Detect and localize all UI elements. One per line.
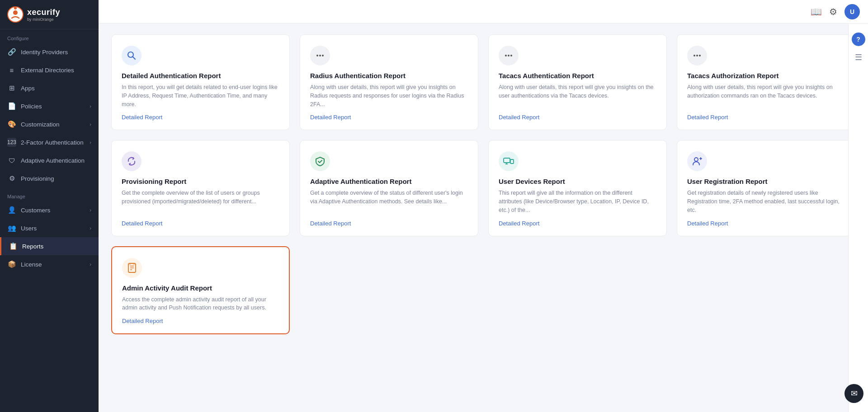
- avatar[interactable]: U: [844, 4, 860, 19]
- sidebar-item-reports[interactable]: 📋 Reports: [0, 237, 99, 255]
- search-icon: [127, 51, 137, 61]
- chat-button[interactable]: ✉: [844, 384, 863, 403]
- sidebar-item-adaptive-auth[interactable]: 🛡 Adaptive Authentication: [0, 151, 99, 169]
- cards-row-2: Provisioning Report Get the complete ove…: [111, 140, 855, 236]
- card-adaptive-auth[interactable]: Adaptive Authentication Report Get a com…: [300, 140, 478, 236]
- detailed-report-link[interactable]: Detailed Report: [310, 220, 468, 227]
- sidebar-item-external-directories[interactable]: ≡ External Directories: [0, 61, 99, 79]
- sidebar-item-provisioning[interactable]: ⚙ Provisioning: [0, 169, 99, 187]
- card-icon-tacacs-auth2: [687, 46, 707, 66]
- svg-point-8: [505, 55, 507, 56]
- detailed-report-link[interactable]: Detailed Report: [122, 318, 279, 324]
- identity-providers-icon: 🔗: [7, 47, 16, 56]
- detailed-report-link[interactable]: Detailed Report: [499, 114, 656, 121]
- chevron-icon: ›: [90, 207, 91, 213]
- svg-rect-25: [129, 264, 131, 265]
- card-desc: Along with user details, this report wil…: [310, 83, 468, 108]
- detailed-report-link[interactable]: Detailed Report: [122, 220, 279, 227]
- provisioning-icon: ⚙: [7, 174, 16, 183]
- license-icon: 📦: [7, 260, 16, 269]
- svg-point-1: [13, 10, 18, 15]
- card-desc: Access the complete admin activity audit…: [122, 295, 279, 313]
- svg-point-5: [316, 55, 318, 56]
- card-title: User Registration Report: [687, 178, 845, 185]
- card-tacacs-auth2[interactable]: Tacacs Authorization Report Along with u…: [677, 34, 855, 130]
- refresh-icon: [127, 156, 137, 166]
- sidebar-item-label: Identity Providers: [21, 49, 91, 56]
- help-button[interactable]: ?: [852, 33, 865, 46]
- card-desc: In this report, you will get details rel…: [122, 83, 279, 108]
- logo-text: xecurify by miniOrange: [27, 8, 60, 22]
- sidebar-item-apps[interactable]: ⊞ Apps: [0, 79, 99, 97]
- card-icon-adaptive-auth: [310, 151, 330, 171]
- sidebar-item-label: Users: [21, 225, 90, 232]
- svg-rect-14: [504, 158, 510, 163]
- sidebar-item-license[interactable]: 📦 License ›: [0, 255, 99, 273]
- card-radius-auth[interactable]: Radius Authentication Report Along with …: [300, 34, 478, 130]
- sidebar-item-policies[interactable]: 📄 Policies ›: [0, 97, 99, 115]
- chevron-icon: ›: [90, 122, 91, 127]
- card-detailed-auth[interactable]: Detailed Authentication Report In this r…: [111, 34, 290, 130]
- card-title: Admin Activity Audit Report: [122, 284, 279, 292]
- customers-icon: 👤: [7, 206, 16, 215]
- sidebar-item-label: License: [21, 261, 90, 268]
- sidebar-item-customization[interactable]: 🎨 Customization ›: [0, 115, 99, 133]
- detailed-report-link[interactable]: Detailed Report: [310, 114, 468, 121]
- settings-icon[interactable]: ⚙: [829, 6, 837, 17]
- detailed-report-link[interactable]: Detailed Report: [122, 114, 279, 121]
- detailed-report-link[interactable]: Detailed Report: [687, 114, 845, 121]
- card-icon-admin-audit: [122, 258, 142, 278]
- chevron-icon: ›: [90, 262, 91, 267]
- audit-icon: [127, 263, 137, 273]
- card-desc: Get the complete overview of the list of…: [122, 189, 279, 214]
- sidebar-item-customers[interactable]: 👤 Customers ›: [0, 201, 99, 219]
- card-icon-tacacs-auth: [499, 46, 519, 66]
- menu-lines-icon[interactable]: ☰: [855, 52, 862, 62]
- manage-label: Manage: [0, 187, 99, 201]
- logo: xecurify by miniOrange: [0, 0, 99, 29]
- svg-point-9: [508, 55, 509, 56]
- svg-line-4: [133, 57, 136, 60]
- svg-point-18: [694, 158, 698, 161]
- card-admin-audit[interactable]: Admin Activity Audit Report Access the c…: [111, 246, 290, 335]
- sidebar-item-2fa[interactable]: 123 2-Factor Authentication ›: [0, 133, 99, 151]
- devices-icon: [503, 156, 514, 166]
- user-add-icon: [692, 156, 702, 166]
- sidebar-item-identity-providers[interactable]: 🔗 Identity Providers: [0, 43, 99, 61]
- chevron-icon: ›: [90, 225, 91, 231]
- card-title: Tacacs Authorization Report: [687, 72, 845, 80]
- svg-point-10: [510, 55, 512, 56]
- external-directories-icon: ≡: [7, 66, 16, 75]
- card-title: User Devices Report: [499, 178, 656, 185]
- topbar-icons: 📖 ⚙ U: [811, 4, 860, 19]
- card-icon-user-registration: [687, 151, 707, 171]
- sidebar-item-users[interactable]: 👥 Users ›: [0, 219, 99, 237]
- sidebar-item-label: 2-Factor Authentication: [21, 139, 90, 146]
- book-icon[interactable]: 📖: [811, 6, 822, 17]
- dots-icon: [504, 51, 514, 61]
- card-user-registration[interactable]: User Registration Report Get registratio…: [677, 140, 855, 236]
- sidebar-item-label: Provisioning: [21, 175, 91, 182]
- sidebar-item-label: Adaptive Authentication: [21, 157, 91, 164]
- reports-icon: 📋: [9, 242, 18, 251]
- dots-icon: [692, 51, 702, 61]
- right-panel: ? ☰: [848, 23, 868, 412]
- card-title: Tacacs Authentication Report: [499, 72, 656, 80]
- detailed-report-link[interactable]: Detailed Report: [687, 220, 845, 227]
- logo-icon: [7, 6, 24, 23]
- card-title: Adaptive Authentication Report: [310, 178, 468, 185]
- card-desc: This report will give all the informatio…: [499, 189, 656, 214]
- sidebar-item-label: External Directories: [21, 67, 91, 74]
- card-provisioning[interactable]: Provisioning Report Get the complete ove…: [111, 140, 290, 236]
- card-tacacs-auth[interactable]: Tacacs Authentication Report Along with …: [488, 34, 667, 130]
- users-icon: 👥: [7, 224, 16, 233]
- svg-point-11: [693, 55, 695, 56]
- svg-point-7: [322, 55, 324, 56]
- detailed-report-link[interactable]: Detailed Report: [499, 220, 656, 227]
- sidebar-item-label: Reports: [22, 243, 91, 250]
- configure-label: Configure: [0, 29, 99, 43]
- card-user-devices[interactable]: User Devices Report This report will giv…: [488, 140, 667, 236]
- sidebar-item-label: Customization: [21, 121, 90, 128]
- card-desc: Along with user details, this report wil…: [687, 83, 845, 108]
- policies-icon: 📄: [7, 102, 16, 111]
